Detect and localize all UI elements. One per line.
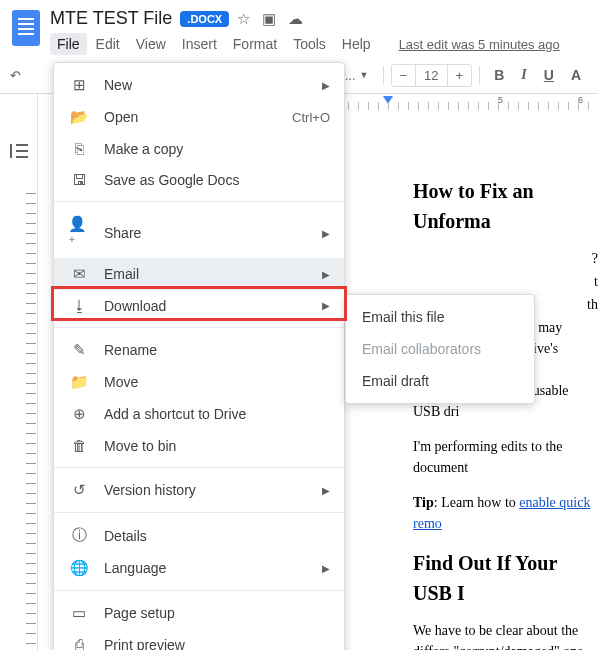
star-icon[interactable]: ☆ — [237, 10, 250, 28]
menu-item-make-a-copy[interactable]: ⎘Make a copy — [54, 133, 344, 164]
menu-item-add-a-shortcut-to-drive[interactable]: ⊕Add a shortcut to Drive — [54, 398, 344, 430]
menu-item-label: Move — [104, 374, 330, 390]
menu-divider — [54, 201, 344, 202]
menu-item-label: Rename — [104, 342, 330, 358]
doc-paragraph: I'm performing edits to the document — [413, 436, 598, 478]
menu-item-open[interactable]: 📂OpenCtrl+O — [54, 101, 344, 133]
shortcut-label: Ctrl+O — [292, 110, 330, 125]
undo-icon[interactable]: ↶ — [10, 68, 21, 83]
docs-app-icon[interactable] — [12, 10, 40, 46]
rename-icon: ✎ — [68, 341, 90, 359]
menu-item-label: Page setup — [104, 605, 330, 621]
menu-item-version-history[interactable]: ↺Version history▶ — [54, 474, 344, 506]
menu-item-move-to-bin[interactable]: 🗑Move to bin — [54, 430, 344, 461]
make-a-copy-icon: ⎘ — [68, 140, 90, 157]
doc-paragraph: t — [413, 271, 598, 292]
download-icon: ⭳ — [68, 297, 90, 314]
doc-paragraph: Tip: Learn how to enable quick remo — [413, 492, 598, 534]
doc-paragraph: ? — [413, 248, 598, 269]
document-title[interactable]: MTE TEST File — [50, 8, 172, 29]
doc-heading-2: Find Out If Your USB I — [413, 548, 598, 608]
menu-item-new[interactable]: ⊞New▶ — [54, 69, 344, 101]
menu-item-label: Email — [104, 266, 314, 282]
details-icon: ⓘ — [68, 526, 90, 545]
menu-item-label: Details — [104, 528, 330, 544]
menu-item-label: Move to bin — [104, 438, 330, 454]
underline-button[interactable]: U — [537, 63, 561, 87]
file-menu-dropdown: ⊞New▶📂OpenCtrl+O⎘Make a copy🖫Save as Goo… — [53, 62, 345, 650]
doc-heading-1: How to Fix an Unforma — [413, 176, 598, 236]
add-a-shortcut-to-drive-icon: ⊕ — [68, 405, 90, 423]
menu-item-page-setup[interactable]: ▭Page setup — [54, 597, 344, 629]
last-edit-link[interactable]: Last edit was 5 minutes ago — [392, 34, 567, 55]
menu-item-print-preview[interactable]: ⎙Print preview — [54, 629, 344, 650]
menu-item-download[interactable]: ⭳Download▶ — [54, 290, 344, 321]
move-icon: 📁 — [68, 373, 90, 391]
move-folder-icon[interactable]: ▣ — [262, 10, 276, 28]
menu-divider — [54, 590, 344, 591]
menu-divider — [54, 327, 344, 328]
menu-file[interactable]: File — [50, 33, 87, 55]
email-submenu: Email this fileEmail collaboratorsEmail … — [345, 294, 535, 404]
menu-help[interactable]: Help — [335, 33, 378, 55]
move-to-bin-icon: 🗑 — [68, 437, 90, 454]
menu-item-label: Print preview — [104, 637, 330, 651]
menu-divider — [54, 512, 344, 513]
chevron-down-icon: ▼ — [360, 70, 369, 80]
menu-item-share[interactable]: 👤⁺Share▶ — [54, 208, 344, 258]
cloud-status-icon: ☁ — [288, 10, 303, 28]
menu-item-label: Open — [104, 109, 292, 125]
chevron-right-icon: ▶ — [322, 228, 330, 239]
menu-edit[interactable]: Edit — [89, 33, 127, 55]
menu-divider — [54, 467, 344, 468]
menu-item-save-as-google-docs[interactable]: 🖫Save as Google Docs — [54, 164, 344, 195]
font-size-value[interactable]: 12 — [415, 65, 447, 86]
vertical-ruler — [26, 184, 36, 644]
menu-item-language[interactable]: 🌐Language▶ — [54, 552, 344, 584]
menu-tools[interactable]: Tools — [286, 33, 333, 55]
print-preview-icon: ⎙ — [68, 636, 90, 650]
page-setup-icon: ▭ — [68, 604, 90, 622]
menu-item-label: Download — [104, 298, 314, 314]
text-color-button[interactable]: A — [564, 63, 588, 87]
menu-item-move[interactable]: 📁Move — [54, 366, 344, 398]
language-icon: 🌐 — [68, 559, 90, 577]
submenu-item-email-this-file[interactable]: Email this file — [346, 301, 534, 333]
menu-item-rename[interactable]: ✎Rename — [54, 334, 344, 366]
menu-item-details[interactable]: ⓘDetails — [54, 519, 344, 552]
save-as-google-docs-icon: 🖫 — [68, 171, 90, 188]
chevron-right-icon: ▶ — [322, 80, 330, 91]
menu-view[interactable]: View — [129, 33, 173, 55]
menu-item-label: Language — [104, 560, 314, 576]
chevron-right-icon: ▶ — [322, 485, 330, 496]
new-icon: ⊞ — [68, 76, 90, 94]
submenu-item-email-collaborators: Email collaborators — [346, 333, 534, 365]
menu-item-email[interactable]: ✉Email▶ — [54, 258, 344, 290]
menubar: File Edit View Insert Format Tools Help … — [50, 33, 586, 55]
menu-format[interactable]: Format — [226, 33, 284, 55]
decrease-font-icon[interactable]: − — [392, 65, 416, 86]
menu-item-label: Version history — [104, 482, 314, 498]
menu-item-label: Save as Google Docs — [104, 172, 330, 188]
version-history-icon: ↺ — [68, 481, 90, 499]
increase-font-icon[interactable]: + — [448, 65, 472, 86]
open-icon: 📂 — [68, 108, 90, 126]
menu-item-label: Add a shortcut to Drive — [104, 406, 330, 422]
email-icon: ✉ — [68, 265, 90, 283]
chevron-right-icon: ▶ — [322, 300, 330, 311]
doc-paragraph: We have to be clear about the differe "c… — [413, 620, 598, 650]
bold-button[interactable]: B — [487, 63, 511, 87]
docx-badge: .DOCX — [180, 11, 229, 27]
menu-item-label: New — [104, 77, 314, 93]
share-icon: 👤⁺ — [68, 215, 90, 251]
submenu-item-email-draft[interactable]: Email draft — [346, 365, 534, 397]
italic-button[interactable]: I — [514, 63, 533, 87]
menu-insert[interactable]: Insert — [175, 33, 224, 55]
font-size-stepper[interactable]: − 12 + — [391, 64, 473, 87]
chevron-right-icon: ▶ — [322, 269, 330, 280]
menu-item-label: Make a copy — [104, 141, 330, 157]
menu-item-label: Share — [104, 225, 314, 241]
outline-toggle-icon[interactable] — [10, 144, 28, 158]
chevron-right-icon: ▶ — [322, 563, 330, 574]
